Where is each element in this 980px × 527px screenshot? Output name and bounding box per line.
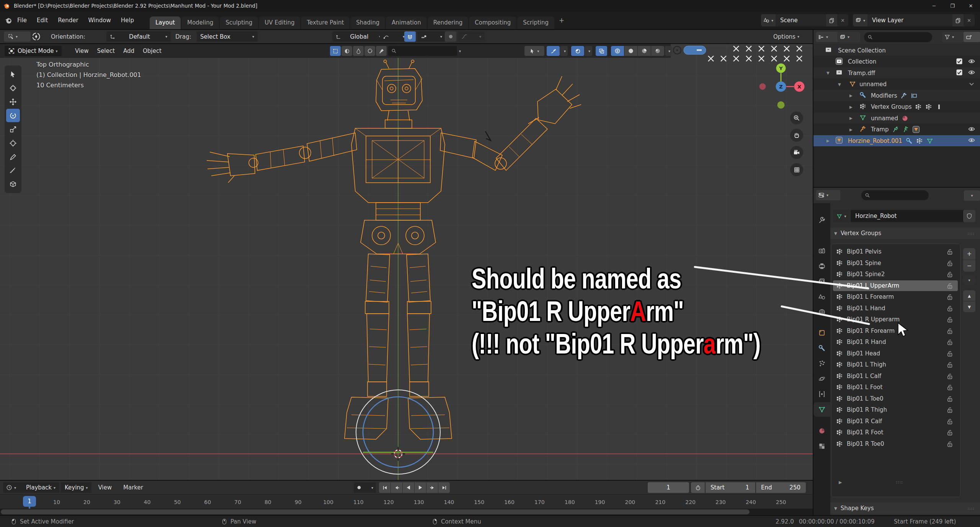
snap-magnet-toggle[interactable] <box>404 31 416 42</box>
workspace-tab-animation[interactable]: Animation <box>386 16 426 29</box>
properties-tab-modifiers[interactable] <box>813 341 830 355</box>
timeline-scrollbar-handle[interactable] <box>1 509 750 514</box>
measure-tool-button[interactable] <box>6 164 20 177</box>
view-layer-copy-icon[interactable] <box>952 14 964 26</box>
vg-list-resize-grip[interactable]: :::: <box>896 480 903 484</box>
active-tool-dropdown[interactable]: ▾ <box>4 31 31 42</box>
mode-dropdown[interactable]: Object Mode ▾ <box>5 46 62 56</box>
show-overlays-toggle[interactable] <box>571 46 584 56</box>
swirl-tool-button[interactable] <box>364 46 375 56</box>
eye-toggle[interactable] <box>968 58 975 66</box>
robot-wireframe[interactable] <box>207 60 581 440</box>
move-group-up-button[interactable]: ▲ <box>963 290 975 301</box>
new-collection-button[interactable] <box>964 32 980 42</box>
viewport-3d[interactable]: Y Z X Object Mode ▾ ViewSelectAddObject … <box>0 44 813 480</box>
transform-orientation-dropd[interactable]: Global ▾ <box>332 31 384 42</box>
scene-icon[interactable]: ▾ <box>761 14 776 26</box>
lock-open-icon[interactable] <box>946 271 953 278</box>
lock-open-icon[interactable] <box>946 429 953 436</box>
jump-to-start-button[interactable] <box>379 482 390 493</box>
droplet-tool-button[interactable] <box>353 46 364 56</box>
workspace-tab-texture-paint[interactable]: Texture Paint <box>301 16 350 29</box>
menu-file[interactable]: File <box>12 17 32 24</box>
workspace-tab-modeling[interactable]: Modeling <box>181 16 219 29</box>
view-layer-selector[interactable]: ▾ View Layer ✕ <box>853 14 975 26</box>
viewport-search-dropdown[interactable]: ▾ <box>455 46 463 56</box>
vertex-group-row-bip01-l-toe0[interactable]: Bip01 L Toe0 <box>833 393 958 404</box>
lock-open-icon[interactable] <box>946 361 953 368</box>
view-layer-icon[interactable]: ▾ <box>853 14 867 26</box>
scene-selector[interactable]: ▾ Scene ✕ <box>761 14 848 26</box>
timeline-editor-type-dropdown[interactable]: ▾ <box>3 482 24 493</box>
shape-keys-grip[interactable]: :::: <box>967 506 975 511</box>
disclosure-open-icon[interactable]: ▼ <box>826 67 830 79</box>
proportional-edit-toggle[interactable] <box>445 31 456 42</box>
scene-copy-icon[interactable] <box>826 14 837 26</box>
outliner-row-unnamed[interactable]: ▼unnamed <box>813 79 980 90</box>
properties-options-dropdown[interactable]: ▾ <box>964 190 980 201</box>
outliner-filter-dropdown[interactable]: ▾ <box>942 32 965 42</box>
shading-dropdown[interactable]: ▾ <box>665 46 672 56</box>
outliner-row-vertex-groups[interactable]: ▶Vertex Groups <box>813 101 980 113</box>
outliner-row-tramp-dff[interactable]: ▼Tramp.dff <box>813 67 980 79</box>
shading-material-button[interactable] <box>638 46 651 56</box>
chevron-toggle[interactable] <box>968 80 975 89</box>
eye-toggle[interactable] <box>968 126 975 134</box>
disclosure-closed-icon[interactable]: ▶ <box>826 135 830 146</box>
vg-list-expander[interactable]: ▶ <box>839 480 842 485</box>
outliner-row-horzine-robot-001[interactable]: ▶Horzine_Robot.001 <box>813 135 980 146</box>
add-primitive-tool-button[interactable] <box>6 178 20 191</box>
lock-open-icon[interactable] <box>946 282 953 289</box>
move-tool-button[interactable] <box>6 95 20 108</box>
properties-tab-object[interactable] <box>813 326 830 340</box>
lock-open-icon[interactable] <box>946 384 953 391</box>
outliner-display-mode-dropdown[interactable]: ▾ <box>837 32 860 42</box>
menu-edit[interactable]: Edit <box>32 17 53 24</box>
timeline-menu-keying[interactable]: Keying▾ <box>61 482 91 493</box>
disclosure-closed-icon[interactable]: ▶ <box>849 90 853 101</box>
cursor-tool-button[interactable] <box>6 81 20 95</box>
lock-open-icon[interactable] <box>946 395 953 402</box>
workspace-tab-rendering[interactable]: Rendering <box>428 16 469 29</box>
workspace-tab-uv-editing[interactable]: UV Editing <box>259 16 300 29</box>
select-box-mode-button[interactable] <box>330 46 341 56</box>
vertex-group-row-bip01-l-thigh[interactable]: Bip01 L Thigh <box>833 359 958 370</box>
gizmo-dropdown[interactable]: ▾ <box>560 46 568 56</box>
vertex-group-row-bip01-l-hand[interactable]: Bip01 L Hand <box>833 303 958 314</box>
shading-wireframe-button[interactable] <box>611 46 624 56</box>
jump-to-end-button[interactable] <box>438 482 450 493</box>
lock-open-icon[interactable] <box>946 260 953 267</box>
drag-dropdown[interactable]: Select Box ▾ <box>197 31 258 42</box>
scale-tool-button[interactable] <box>6 123 20 136</box>
lock-open-icon[interactable] <box>946 316 953 323</box>
properties-tab-physics[interactable] <box>813 372 830 386</box>
properties-tab-view-layer[interactable] <box>813 274 830 289</box>
menu-render[interactable]: Render <box>53 17 83 24</box>
toggle-ortho-button[interactable] <box>790 163 803 176</box>
eye-toggle[interactable] <box>968 69 975 77</box>
maximize-button[interactable]: ❐ <box>943 0 962 11</box>
view-layer-remove-icon[interactable]: ✕ <box>964 18 975 23</box>
outliner-editor-type-dropdown[interactable]: ▾ <box>816 32 839 42</box>
lock-open-icon[interactable] <box>946 305 953 312</box>
outliner-row-tramp[interactable]: ▶Tramp <box>813 124 980 135</box>
timeline-menu-view[interactable]: View <box>93 484 117 491</box>
zoom-button[interactable] <box>790 111 803 124</box>
view-layer-name[interactable]: View Layer <box>867 17 952 24</box>
lock-open-icon[interactable] <box>946 339 953 345</box>
vertex-group-specials-dropdown[interactable]: ▾ <box>963 275 975 285</box>
viewport-search-input[interactable] <box>388 46 457 56</box>
move-group-down-button[interactable]: ▼ <box>963 301 975 312</box>
shading-solid-button[interactable] <box>624 46 637 56</box>
gizmo-axis-y-neg[interactable] <box>777 101 785 109</box>
properties-tab-world[interactable] <box>813 305 830 319</box>
timeline-ruler[interactable]: 1102030405060708090100110120130140150160… <box>0 494 813 509</box>
viewport-menu-add[interactable]: Add <box>119 47 139 54</box>
tweak-select-tool-button[interactable] <box>6 67 20 81</box>
vertex-group-row-bip01-pelvis[interactable]: Bip01 Pelvis <box>833 246 958 257</box>
minimize-button[interactable]: ─ <box>925 0 943 11</box>
vertex-groups-section-header[interactable]: ▼ Vertex Groups :::: <box>830 227 980 239</box>
lock-open-icon[interactable] <box>946 406 953 413</box>
navigation-gizmo[interactable]: Y Z X <box>760 64 805 109</box>
show-gizmo-toggle[interactable] <box>547 46 560 56</box>
